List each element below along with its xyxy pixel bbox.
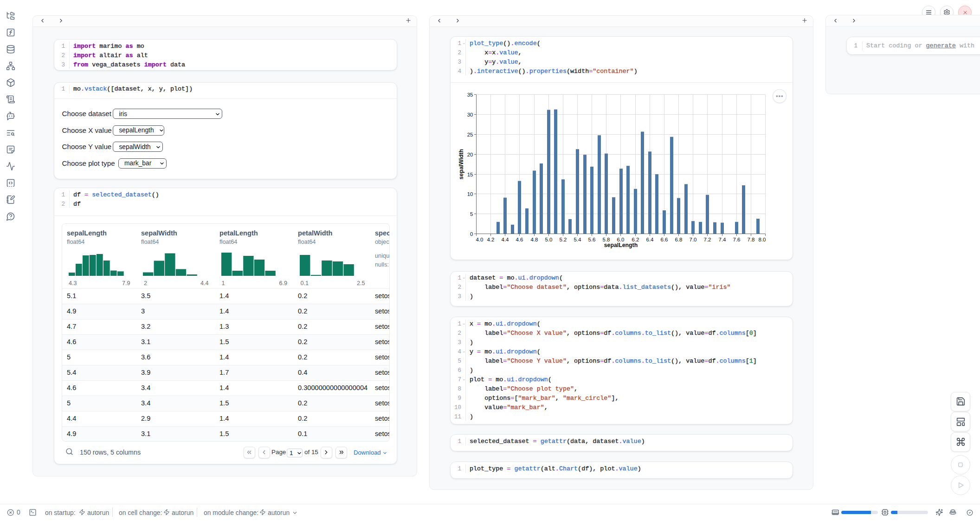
svg-text:25: 25 [467,132,473,137]
svg-text:4.2: 4.2 [487,237,495,242]
svg-text:0: 0 [470,231,473,237]
svg-text:7.6: 7.6 [733,237,741,242]
svg-text:7.8: 7.8 [748,237,755,242]
svg-text:15: 15 [467,172,473,177]
svg-text:4.0: 4.0 [476,237,484,242]
svg-text:5.0: 5.0 [545,237,553,242]
svg-text:4.8: 4.8 [531,237,538,242]
svg-text:35: 35 [467,92,473,98]
svg-text:sepalLength: sepalLength [604,242,638,248]
svg-text:20: 20 [467,152,473,157]
svg-text:7.0: 7.0 [690,237,697,242]
svg-text:10: 10 [467,191,473,197]
svg-text:7.4: 7.4 [719,237,727,242]
svg-text:sepalWidth: sepalWidth [458,149,464,179]
svg-text:7.2: 7.2 [704,237,711,242]
svg-text:5.4: 5.4 [574,237,582,242]
svg-text:5: 5 [470,211,473,217]
svg-text:30: 30 [467,112,473,117]
svg-text:6.4: 6.4 [646,237,654,242]
svg-text:6.6: 6.6 [661,237,668,242]
svg-text:4.4: 4.4 [502,237,509,242]
svg-text:6.8: 6.8 [675,237,683,242]
svg-text:5.2: 5.2 [560,237,567,242]
svg-text:4.6: 4.6 [516,237,523,242]
svg-text:5.6: 5.6 [588,237,596,242]
svg-text:8.0: 8.0 [759,237,766,242]
